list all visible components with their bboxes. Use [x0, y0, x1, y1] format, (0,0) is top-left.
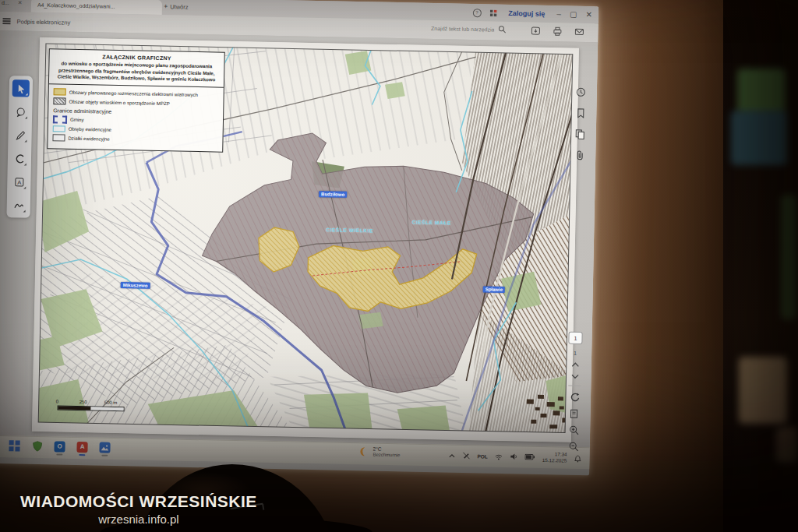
map-label-splawie: Spławie: [483, 286, 505, 293]
search-box[interactable]: [408, 23, 506, 33]
map-label-mikuszewo: Mikuszewo: [121, 282, 150, 289]
plus-icon: +: [164, 2, 168, 10]
fit-page-icon[interactable]: [569, 409, 578, 419]
app-active-indicator: [79, 454, 85, 456]
clock[interactable]: 17:34 15.12.2025: [542, 451, 567, 464]
chevron-up-icon[interactable]: [570, 362, 579, 368]
signature-icon: [13, 200, 23, 210]
wall-light-blob-small: [776, 427, 798, 463]
pages-icon[interactable]: [575, 129, 585, 139]
map-label-ciesle-wielkie: CIEŚLE WIELKIE: [326, 227, 373, 233]
outlook-app-icon[interactable]: O: [53, 440, 65, 453]
help-icon[interactable]: ?: [472, 9, 481, 17]
legend-item-wind-areas: Obszary planowanego rozmieszczenia elekt…: [54, 88, 219, 98]
acrobat-app-icon[interactable]: A: [76, 441, 88, 453]
divider: [568, 386, 581, 386]
language-indicator[interactable]: POL: [477, 453, 488, 459]
watermark: WIADOMOŚCI WRZESIŃSKIE wrzesnia.info.pl: [20, 492, 257, 526]
maximize-icon[interactable]: ▢: [570, 6, 577, 23]
legend-item-obreby: Obręby ewidencyjne: [53, 125, 218, 135]
wall-green-patch: [737, 69, 786, 114]
legend-item-dzialki: Działki ewidencyjne: [52, 134, 217, 144]
share-icon[interactable]: [574, 27, 584, 37]
weather-desc: Bezchmurnie: [373, 453, 400, 459]
watermark-title: WIADOMOŚCI WRZESIŃSKIE: [20, 492, 257, 511]
esign-menu-item[interactable]: Podpis elektroniczny: [16, 18, 70, 26]
battery-icon[interactable]: [525, 454, 535, 460]
parcel-boundary-swatch: [52, 134, 65, 141]
security-app-icon[interactable]: [30, 440, 43, 453]
comment-icon: [16, 107, 26, 117]
pen-disabled-icon[interactable]: [462, 452, 470, 460]
document-viewport: ZAŁĄCZNIK GRAFICZNY do wniosku o sporząd…: [0, 30, 598, 447]
legend-item-mpzp: Obszar objęty wnioskiem o sporządzenie M…: [53, 97, 218, 107]
login-button[interactable]: Zaloguj się: [508, 9, 545, 18]
wall-light-blob: [739, 357, 787, 424]
wall-teal-patch: [731, 111, 787, 165]
legend-admin-heading: Granice administracyjne: [53, 107, 218, 116]
photo-icon: [101, 445, 108, 451]
pdf-page[interactable]: ZAŁĄCZNIK GRAFICZNY do wniosku o sporząd…: [32, 37, 579, 442]
pencil-icon: [15, 130, 25, 140]
history-icon[interactable]: [576, 87, 586, 97]
save-icon[interactable]: [531, 26, 540, 36]
close-tab-icon[interactable]: ×: [18, 0, 22, 6]
bookmark-icon[interactable]: [576, 108, 585, 118]
text-tool-button[interactable]: A: [10, 173, 27, 190]
print-icon[interactable]: [553, 26, 562, 36]
map-label-budzilowo: Budziłowo: [319, 191, 347, 198]
highlight-tool-button[interactable]: [11, 150, 28, 167]
page-total: 1: [574, 351, 577, 356]
start-button[interactable]: [8, 439, 20, 452]
document-tab-title: A4_Kolaczkowo_oddzialywani...: [37, 2, 115, 9]
search-icon: [498, 26, 506, 33]
gmina-boundary-swatch: [53, 115, 67, 123]
attachments-icon[interactable]: [575, 150, 584, 161]
map-label-ciesle-male: CIEŚLE MAŁE: [411, 220, 450, 226]
page-navigation: 1: [567, 332, 583, 452]
notification-bell-icon[interactable]: [574, 453, 581, 462]
close-window-icon[interactable]: ✕: [585, 6, 592, 23]
shield-icon: [32, 441, 42, 452]
chevron-down-icon[interactable]: [570, 374, 579, 379]
zoom-in-icon[interactable]: [568, 425, 578, 435]
page-number-input[interactable]: [568, 332, 582, 344]
volume-icon[interactable]: [510, 453, 518, 460]
search-input[interactable]: [408, 24, 496, 33]
comment-tool-button[interactable]: [12, 103, 29, 120]
mpzp-area-swatch: [53, 97, 65, 104]
rotate-icon[interactable]: [569, 393, 579, 403]
highlighter-icon: [14, 153, 24, 164]
draw-tool-button[interactable]: [11, 126, 28, 143]
projected-screen: d... × A4_Kolaczkowo_oddzialywani... +Ut…: [0, 0, 598, 475]
partial-tab[interactable]: d...: [2, 0, 9, 5]
app-active-indicator: [56, 454, 62, 456]
photos-app-icon[interactable]: [98, 442, 111, 454]
wifi-icon[interactable]: [495, 453, 503, 460]
legend-item-gminy: Gminy: [53, 115, 218, 126]
clock-date: 15.12.2025: [542, 457, 567, 464]
cursor-icon: [16, 83, 26, 93]
clock-time: 17:34: [555, 451, 567, 457]
app-active-indicator: [101, 455, 108, 456]
tray-chevron-up-icon[interactable]: [448, 453, 455, 458]
map-legend: ZAŁĄCZNIK GRAFICZNY do wniosku o sporząd…: [47, 48, 225, 152]
weather-widget[interactable]: 2°C Bezchmurnie: [358, 446, 400, 459]
apps-grid-icon[interactable]: [489, 9, 496, 16]
wind-area-swatch: [54, 88, 66, 95]
zoom-out-icon[interactable]: [568, 442, 578, 452]
signature-tool-button[interactable]: [10, 196, 27, 213]
create-button[interactable]: +Utwórz: [164, 1, 189, 13]
menu-icon[interactable]: [2, 18, 10, 24]
minimize-icon[interactable]: –: [556, 5, 561, 23]
tool-panel: A: [6, 76, 33, 218]
watermark-url: wrzesnia.info.pl: [20, 513, 257, 526]
select-tool-button[interactable]: [12, 79, 30, 97]
map-scale-bar: 0 250 500 m: [48, 399, 126, 411]
svg-text:A: A: [17, 178, 21, 185]
side-panel-icons: [574, 87, 586, 161]
text-icon: A: [14, 177, 24, 187]
wall-green-sliver: [781, 195, 796, 319]
legend-subtitle: do wniosku o sporządzenie miejscowego pl…: [54, 60, 219, 83]
photo-frame: d... × A4_Kolaczkowo_oddzialywani... +Ut…: [0, 0, 798, 532]
